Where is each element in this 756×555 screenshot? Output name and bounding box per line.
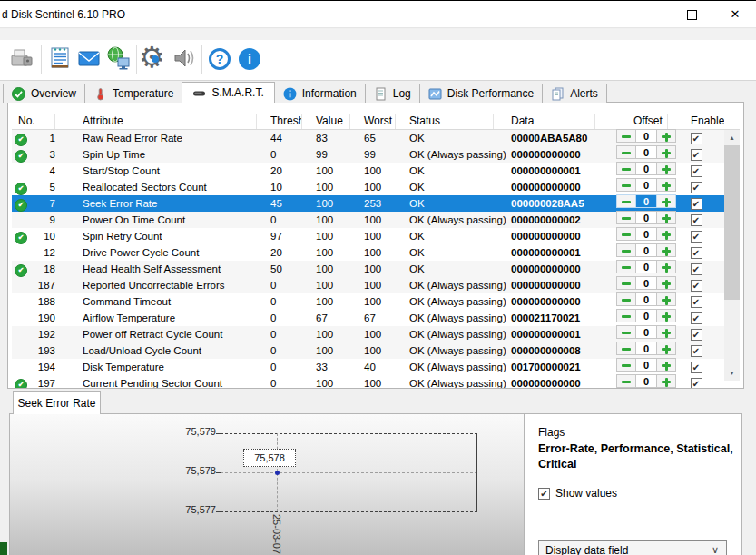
scroll-up-icon[interactable]: ▴ [724,130,740,145]
table-row[interactable]: 12Drive Power Cycle Count20100100OK00000… [12,244,724,261]
maximize-button[interactable] [672,1,713,28]
tab-information[interactable]: Information [274,84,366,103]
offset-decrease-button[interactable] [616,276,636,290]
column-header-attribute[interactable]: Attribute [55,114,257,129]
offset-increase-button[interactable] [656,325,676,339]
enable-checkbox[interactable]: ✔ [691,165,702,177]
column-header-worst[interactable]: Worst [350,114,396,129]
enable-checkbox[interactable]: ✔ [691,312,702,324]
minimize-button[interactable] [629,1,671,28]
offset-increase-button[interactable] [656,374,676,388]
gear-icon[interactable]: ⚙ [142,45,169,73]
enable-checkbox[interactable]: ✔ [691,247,702,259]
table-row[interactable]: 193Load/Unload Cycle Count0100100OK (Alw… [12,342,724,359]
column-header-enable[interactable]: Enable [668,114,724,129]
tab-disk-performance[interactable]: Disk Performance [419,84,543,103]
table-row[interactable]: ✔18Head Health Self Assessment50100100OK… [12,261,724,277]
offset-decrease-button[interactable] [616,129,636,143]
offset-decrease-button[interactable] [616,243,636,257]
offset-increase-button[interactable] [656,178,676,192]
table-row[interactable]: 9Power On Time Count0100100OK (Always pa… [12,212,724,228]
enable-checkbox[interactable]: ✔ [691,133,702,144]
offset-decrease-button[interactable] [616,342,636,355]
table-row[interactable]: 194Disk Temperature03340OK (Always passi… [12,359,724,375]
tab-overview[interactable]: Overview [3,84,85,103]
offset-decrease-button[interactable] [616,358,636,372]
table-row[interactable]: ✔5Reallocated Sectors Count10100100OK000… [12,179,724,195]
enable-checkbox[interactable]: ✔ [691,378,702,388]
table-row[interactable]: 187Reported Uncorrectable Errors0100100O… [12,277,724,293]
offset-decrease-button[interactable] [616,325,636,339]
scroll-down-icon[interactable]: ▾ [724,365,740,381]
offset-decrease-button[interactable] [616,309,636,322]
offset-decrease-button[interactable] [616,145,636,159]
offset-increase-button[interactable] [656,260,676,273]
offset-decrease-button[interactable] [616,194,636,208]
mail-icon[interactable] [75,45,103,73]
table-row[interactable]: 4Start/Stop Count20100100OK0000000000010… [12,163,724,179]
column-header-offset[interactable]: Offset [595,114,668,129]
table-row[interactable]: ✔1Raw Read Error Rate448365OK00000ABA5A8… [12,130,724,146]
column-header-no[interactable]: No. [12,114,55,129]
close-button[interactable]: ✕ [714,1,756,28]
offset-increase-button[interactable] [656,129,676,143]
offset-decrease-button[interactable] [616,211,636,224]
enable-checkbox[interactable]: ✔ [691,182,702,193]
column-header-data[interactable]: Data [494,114,595,129]
enable-checkbox[interactable]: ✔ [691,263,702,275]
enable-checkbox[interactable]: ✔ [691,296,702,308]
offset-increase-button[interactable] [656,162,676,175]
enable-checkbox[interactable]: ✔ [691,345,702,357]
tab-log[interactable]: Log [365,84,420,103]
column-header-threshold[interactable]: Thresh... [257,114,302,129]
vertical-scrollbar[interactable]: ▴ ▾ [724,130,740,381]
enable-checkbox[interactable]: ✔ [691,198,702,210]
offset-increase-button[interactable] [656,194,676,208]
offset-increase-button[interactable] [656,276,676,290]
offset-decrease-button[interactable] [616,227,636,241]
cell-status: OK (Always passing) [396,277,494,293]
table-row[interactable]: 188Command Timeout0100100OK (Always pass… [12,293,724,310]
network-icon[interactable] [104,45,132,73]
enable-checkbox[interactable]: ✔ [691,329,702,341]
offset-increase-button[interactable] [656,342,676,355]
checkbox-icon[interactable]: ✔ [538,488,550,500]
tab-alerts[interactable]: Alerts [542,84,607,103]
offset-decrease-button[interactable] [616,162,636,175]
offset-increase-button[interactable] [656,227,676,241]
offset-increase-button[interactable] [656,211,676,224]
notepad-icon[interactable] [46,45,74,73]
table-row[interactable]: ✔197Current Pending Sector Count0100100O… [12,375,724,388]
offset-increase-button[interactable] [656,358,676,372]
scrollbar-thumb[interactable] [724,145,740,300]
enable-checkbox[interactable]: ✔ [691,280,702,292]
offset-decrease-button[interactable] [616,374,636,388]
table-row[interactable]: ✔10Spin Retry Count97100100OK00000000000… [12,228,724,244]
table-row[interactable]: ✔7Seek Error Rate45100253OK000000028AA50… [12,195,724,212]
column-header-value[interactable]: Value [302,114,350,129]
speaker-icon[interactable] [171,45,198,73]
table-row[interactable]: ✔3Spin Up Time09999OK (Always passing)00… [12,146,724,163]
enable-checkbox[interactable]: ✔ [691,231,702,243]
offset-increase-button[interactable] [656,243,676,257]
tab-seek-error-rate[interactable]: Seek Error Rate [13,391,101,414]
offset-decrease-button[interactable] [616,178,636,192]
printer-icon[interactable] [8,45,35,73]
enable-checkbox[interactable]: ✔ [691,214,702,226]
tab-smart[interactable]: S.M.A.R.T. [182,82,274,103]
enable-checkbox[interactable]: ✔ [691,149,702,161]
table-row[interactable]: 190Airflow Temperature06767OK (Always pa… [12,310,724,326]
column-header-status[interactable]: Status [396,114,494,129]
info-icon[interactable]: i [237,45,264,73]
offset-increase-button[interactable] [656,309,676,322]
display-data-field-select[interactable]: Display data field ∨ [538,540,727,555]
offset-increase-button[interactable] [656,292,676,306]
offset-increase-button[interactable] [656,145,676,159]
show-values-checkbox[interactable]: ✔ Show values [538,487,617,500]
tab-temperature[interactable]: Temperature [84,84,182,103]
offset-decrease-button[interactable] [616,292,636,306]
offset-decrease-button[interactable] [616,260,636,273]
enable-checkbox[interactable]: ✔ [691,362,702,373]
table-row[interactable]: 192Power off Retract Cycle Count0100100O… [12,326,724,342]
help-icon[interactable]: ? [207,45,234,73]
